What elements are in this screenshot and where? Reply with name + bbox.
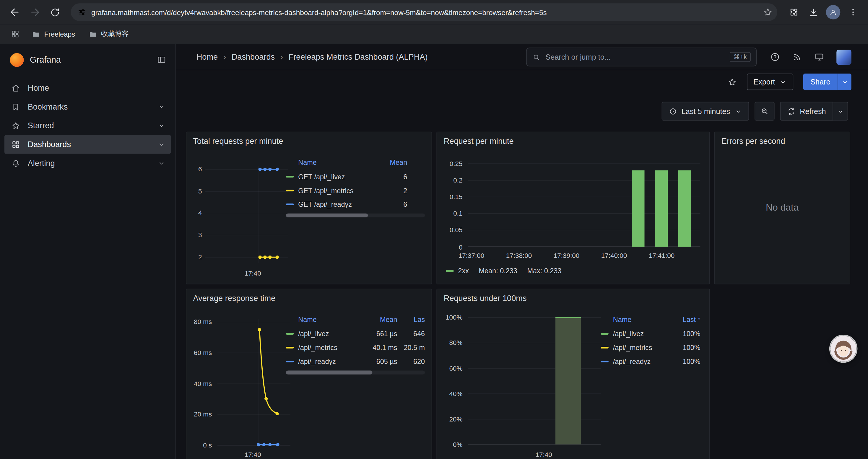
legend-col-last[interactable]: Las — [397, 316, 425, 323]
legend-row[interactable]: /api/_metrics 100% — [601, 340, 701, 355]
legend-col-last[interactable]: Last * — [665, 316, 701, 323]
bookmark-star-icon[interactable] — [763, 7, 773, 17]
bookmarks-bar: Freeleaps 收藏博客 — [0, 24, 868, 44]
breadcrumb-dashboards[interactable]: Dashboards — [231, 53, 275, 61]
legend-row[interactable]: GET /api/_livez 6 — [286, 170, 425, 184]
forward-button[interactable] — [25, 3, 44, 22]
browser-toolbar: grafana.mathmast.com/d/deytv4rwavabkb/fr… — [0, 0, 868, 24]
folder-icon — [88, 30, 97, 38]
y-tick: 0 s — [188, 441, 212, 449]
legend-header: Name Mean — [286, 155, 425, 170]
zoom-out-button[interactable] — [754, 102, 774, 121]
legend-row[interactable]: /api/_readyz 605 µs 620 — [286, 355, 425, 368]
legend-col-mean[interactable]: Mean — [368, 159, 407, 166]
assistant-avatar[interactable] — [831, 336, 857, 362]
series-mean: 661 µs — [363, 330, 397, 338]
series-name[interactable]: GET /api/_livez — [298, 173, 368, 181]
legend-scrollbar[interactable] — [286, 371, 425, 374]
site-info-icon[interactable] — [78, 8, 86, 17]
y-tick: 20 ms — [188, 410, 212, 418]
panel-title: Total requests per minute — [193, 137, 283, 145]
sidebar-item-alerting[interactable]: Alerting — [4, 154, 171, 173]
bookmark-item[interactable]: Freeleaps — [27, 28, 80, 41]
share-caret-button[interactable] — [838, 73, 851, 90]
share-split-button: Share — [803, 73, 851, 90]
sidebar-item-home[interactable]: Home — [4, 78, 171, 97]
rss-icon[interactable] — [792, 52, 802, 62]
scrollbar-thumb[interactable] — [286, 371, 372, 374]
refresh-split-button: Refresh — [780, 102, 848, 121]
refresh-interval-caret[interactable] — [833, 102, 848, 121]
series-mean: 40.1 ms — [363, 344, 397, 352]
series-name[interactable]: GET /api/_readyz — [298, 201, 368, 208]
sidebar-item-dashboards[interactable]: Dashboards — [4, 135, 171, 154]
y-tick: 0% — [438, 441, 462, 448]
browser-menu-button[interactable] — [844, 3, 863, 22]
legend-row[interactable]: /api/_livez 661 µs 646 — [286, 327, 425, 341]
time-range-picker[interactable]: Last 5 minutes — [661, 102, 749, 121]
series-name[interactable]: 2xx — [458, 267, 469, 275]
refresh-button[interactable]: Refresh — [780, 102, 833, 121]
legend-row[interactable]: /api/_metrics 40.1 ms 20.5 m — [286, 340, 425, 355]
apps-grid-icon — [10, 29, 20, 39]
search-placeholder: Search or jump to... — [546, 53, 725, 61]
profile-avatar[interactable] — [824, 3, 843, 22]
y-tick: 60% — [438, 364, 462, 372]
series-name[interactable]: /api/_readyz — [613, 358, 665, 365]
series-name[interactable]: /api/_metrics — [613, 344, 665, 352]
sidebar-item-bookmarks[interactable]: Bookmarks — [4, 97, 171, 117]
legend-col-name[interactable]: Name — [298, 159, 368, 166]
monitor-icon[interactable] — [814, 52, 824, 62]
y-tick: 40 ms — [188, 380, 212, 388]
user-avatar[interactable] — [836, 50, 851, 65]
panel-toggle-icon — [157, 55, 167, 65]
share-button[interactable]: Share — [803, 73, 838, 90]
sidebar-nav: Home Bookmarks Starred Dashboards — [0, 72, 176, 179]
series-name[interactable]: /api/_readyz — [298, 358, 363, 365]
export-button[interactable]: Export — [747, 73, 793, 90]
zoom-out-icon — [760, 107, 769, 116]
sidebar-item-label: Dashboards — [28, 140, 71, 149]
legend-row[interactable]: GET /api/_metrics 2 — [286, 184, 425, 198]
refresh-icon — [787, 107, 795, 115]
url-bar[interactable]: grafana.mathmast.com/d/deytv4rwavabkb/fr… — [71, 3, 777, 21]
series-name[interactable]: /api/_livez — [613, 330, 665, 338]
help-icon[interactable] — [770, 52, 780, 62]
bookmark-item[interactable]: 收藏博客 — [83, 27, 133, 41]
legend-row[interactable]: /api/_readyz 100% — [601, 355, 701, 368]
chevron-down-icon — [735, 107, 742, 114]
series-name[interactable]: GET /api/_metrics — [298, 187, 368, 194]
legend[interactable]: 2xx Mean: 0.233 Max: 0.233 — [446, 267, 561, 275]
apps-grid-button[interactable] — [6, 26, 23, 42]
collapse-sidebar-button[interactable] — [157, 55, 167, 65]
sidebar-item-starred[interactable]: Starred — [4, 116, 171, 135]
panel-title: Requests under 100ms — [444, 294, 527, 302]
series-name[interactable]: /api/_metrics — [298, 344, 363, 352]
favorite-star-icon[interactable] — [727, 77, 737, 87]
reload-button[interactable] — [45, 3, 64, 22]
series-last: 100% — [665, 344, 701, 352]
bell-icon — [11, 158, 20, 168]
back-button[interactable] — [6, 3, 25, 22]
refresh-label: Refresh — [800, 107, 826, 115]
breadcrumb-home[interactable]: Home — [196, 53, 218, 61]
chevron-down-icon — [158, 140, 165, 148]
bar-chart — [468, 314, 601, 446]
scrollbar-thumb[interactable] — [286, 214, 368, 218]
puzzle-icon — [788, 7, 799, 18]
breadcrumb-current: Freeleaps Metrics Dashboard (ALPHA) — [289, 53, 428, 61]
legend-scrollbar[interactable] — [286, 214, 425, 218]
legend-col-name[interactable]: Name — [298, 316, 363, 323]
legend-table: Name Mean GET /api/_livez 6 GET /api/_me… — [286, 155, 425, 211]
export-label: Export — [753, 78, 775, 86]
legend-col-name[interactable]: Name — [613, 316, 665, 323]
series-name[interactable]: /api/_livez — [298, 330, 363, 338]
sidebar-item-label: Alerting — [28, 159, 55, 167]
grafana-logo[interactable] — [10, 53, 24, 67]
search-input[interactable]: Search or jump to... ⌘+k — [526, 47, 757, 66]
legend-row[interactable]: /api/_livez 100% — [601, 327, 701, 341]
extensions-icon[interactable] — [784, 3, 803, 22]
downloads-button[interactable] — [804, 3, 823, 22]
legend-col-mean[interactable]: Mean — [363, 316, 397, 323]
legend-row[interactable]: GET /api/_readyz 6 — [286, 197, 425, 211]
